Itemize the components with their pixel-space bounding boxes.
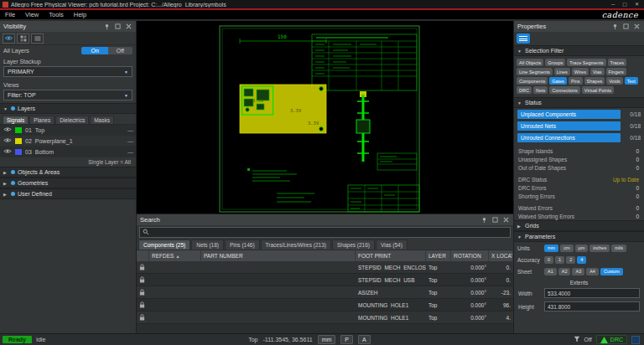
filter-list-icon[interactable] <box>517 33 530 44</box>
column-x-location[interactable]: X LOCATIO <box>489 250 513 261</box>
sheet-a3-button[interactable]: A3 <box>572 268 584 275</box>
status-section-header[interactable]: ▼ Status <box>514 97 644 108</box>
unrouted-nets-button[interactable]: Unrouted Nets <box>517 121 621 131</box>
filter-traces-button[interactable]: Traces <box>608 59 627 66</box>
table-row[interactable]: MOUNTING_HOLE1 Top 0.000° 96. <box>137 299 513 312</box>
filter-trace-segments-button[interactable]: Trace Segments <box>567 59 605 66</box>
views-select[interactable]: Filter: TOP ▼ <box>3 90 132 100</box>
maximize-button[interactable]: ▢ <box>622 0 627 8</box>
eye-icon[interactable] <box>3 126 12 133</box>
tab-traces-lines-wires[interactable]: Traces/Lines/Wires (213) <box>261 239 331 250</box>
grids-section-header[interactable]: ▶ Grids <box>514 220 644 231</box>
selection-filter-section-header[interactable]: ▼ Selection Filter <box>514 45 644 56</box>
table-row[interactable]: STEPSID_MECH_ENCLOSURE Top 0.000° 0. <box>137 261 513 274</box>
table-row[interactable]: STEPSID_MECH_USB Top 0.000° 0. <box>137 274 513 286</box>
filter-components-button[interactable]: Components <box>517 77 548 85</box>
filter-vias-button[interactable]: Vias <box>590 68 605 75</box>
units-cm-button[interactable]: cm <box>560 245 573 252</box>
parameters-section-header[interactable]: ▼ Parameters <box>514 231 644 242</box>
geometries-section-header[interactable]: ▶ Geometries <box>0 178 136 188</box>
layer-stackup-select[interactable]: PRIMARY ▼ <box>3 66 132 77</box>
column-layer[interactable]: LAYER <box>426 250 451 261</box>
tab-planes[interactable]: Planes <box>29 116 55 124</box>
lock-icon[interactable] <box>137 264 149 271</box>
pin-icon[interactable] <box>103 23 111 30</box>
layers-section-header[interactable]: ▼ Layers <box>0 103 136 114</box>
pcb-canvas[interactable]: 150 <box>137 21 513 214</box>
height-input[interactable] <box>544 301 640 312</box>
layer-row-top[interactable]: 01 Top — <box>0 125 136 136</box>
pin-icon[interactable] <box>480 216 488 224</box>
tab-masks[interactable]: Masks <box>90 116 114 124</box>
close-panel-icon[interactable] <box>502 216 510 224</box>
layer-color-swatch[interactable] <box>15 149 22 155</box>
filter-virtual-points-button[interactable]: Virtual Points <box>582 86 614 94</box>
global-visibility-icon[interactable] <box>3 33 15 44</box>
column-lock[interactable] <box>137 250 149 261</box>
layer-linestyle[interactable]: — <box>127 138 132 144</box>
menu-view[interactable]: View <box>20 11 44 18</box>
tab-shapes[interactable]: Shapes (216) <box>332 239 375 250</box>
eye-icon[interactable] <box>3 148 12 155</box>
layer-linestyle[interactable]: — <box>127 149 132 155</box>
unplaced-components-button[interactable]: Unplaced Components <box>517 110 621 119</box>
filter-shapes-button[interactable]: Shapes <box>584 77 605 85</box>
pin-icon[interactable] <box>611 23 619 30</box>
filter-text-button[interactable]: Text <box>625 77 638 85</box>
lock-icon[interactable] <box>137 314 149 322</box>
layer-row-powerplane[interactable]: 02 Powerplane_1 — <box>0 136 136 147</box>
lock-icon[interactable] <box>137 276 149 284</box>
tab-vias[interactable]: Vias (54) <box>376 239 408 250</box>
tab-components[interactable]: Components (25) <box>138 239 190 250</box>
close-panel-icon[interactable] <box>633 23 641 30</box>
tab-signals[interactable]: Signals <box>3 116 29 124</box>
search-input[interactable] <box>152 229 507 235</box>
filter-lines-button[interactable]: Lines <box>554 68 570 75</box>
accuracy-0-button[interactable]: 0 <box>544 256 553 264</box>
table-row[interactable]: ASIZEH Top 0.000° -23. <box>137 286 513 299</box>
filter-connections-button[interactable]: Connections <box>549 86 580 94</box>
layer-stack-icon[interactable] <box>31 33 44 44</box>
menu-file[interactable]: File <box>0 11 20 18</box>
filter-gates-button[interactable]: Gates <box>549 77 567 85</box>
accuracy-1-button[interactable]: 1 <box>555 256 564 264</box>
units-mm-button[interactable]: mm <box>544 245 558 252</box>
layer-color-swatch[interactable] <box>15 138 22 144</box>
tab-dielectrics[interactable]: Dielectrics <box>55 116 89 124</box>
app-badge-icon[interactable] <box>631 336 640 344</box>
unrouted-connections-button[interactable]: Unrouted Connections <box>517 133 621 142</box>
units-inches-button[interactable]: inches <box>589 245 610 252</box>
sheet-a4-button[interactable]: A4 <box>586 268 599 275</box>
sheet-a1-button[interactable]: A1 <box>544 268 557 275</box>
float-panel-icon[interactable] <box>114 23 122 30</box>
sheet-a2-button[interactable]: A2 <box>558 268 571 275</box>
filter-wires-button[interactable]: Wires <box>572 68 589 75</box>
layer-grid-icon[interactable] <box>17 33 29 44</box>
close-panel-icon[interactable] <box>125 23 132 30</box>
units-um-button[interactable]: µm <box>575 245 589 252</box>
menu-help[interactable]: Help <box>69 11 91 18</box>
filter-fingers-button[interactable]: Fingers <box>606 68 626 75</box>
close-button[interactable]: ✕ <box>635 0 639 8</box>
sheet-custom-button[interactable]: Custom <box>600 268 623 275</box>
layer-row-bottom[interactable]: 03 Bottom — <box>0 147 136 157</box>
drc-indicator[interactable]: DRC <box>596 335 627 344</box>
layer-color-swatch[interactable] <box>15 127 22 133</box>
filter-pins-button[interactable]: Pins <box>569 77 583 85</box>
all-layers-on-button[interactable]: On <box>81 47 107 54</box>
column-rotation[interactable]: ROTATION <box>451 250 489 261</box>
filter-groups-button[interactable]: Groups <box>545 59 565 66</box>
tab-pins[interactable]: Pins (146) <box>225 239 260 250</box>
menu-tools[interactable]: Tools <box>44 11 69 18</box>
accuracy-4-button[interactable]: 4 <box>577 256 586 264</box>
accuracy-2-button[interactable]: 2 <box>566 256 575 264</box>
column-refdes[interactable]: REFDES▲ <box>149 250 201 261</box>
table-row[interactable]: MOUNTING_HOLE1 Top 0.000° 4. <box>137 312 513 324</box>
units-mils-button[interactable]: mils <box>611 245 626 252</box>
filter-all-objects-button[interactable]: All Objects <box>517 59 543 66</box>
layer-linestyle[interactable]: — <box>127 127 132 133</box>
units-toggle-button[interactable]: mm <box>318 335 336 344</box>
tab-nets[interactable]: Nets (18) <box>191 239 224 250</box>
width-input[interactable] <box>544 288 640 298</box>
float-panel-icon[interactable] <box>622 23 630 30</box>
